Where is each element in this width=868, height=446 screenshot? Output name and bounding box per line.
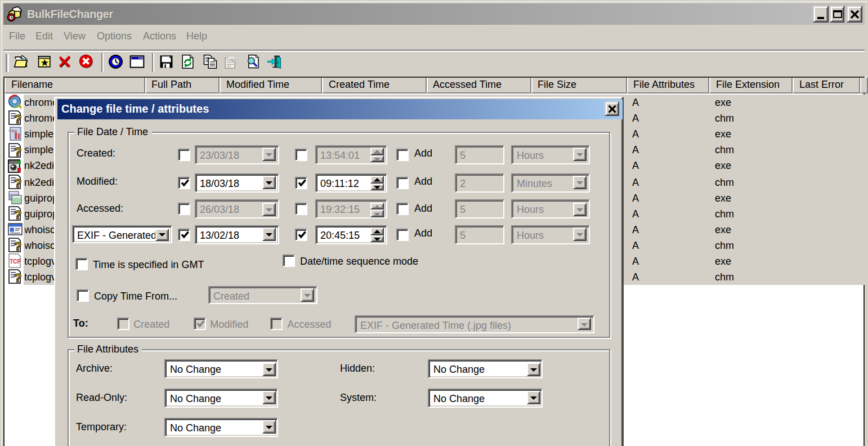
svg-text:?: ? <box>14 176 21 189</box>
svg-text:TCP: TCP <box>10 259 21 265</box>
svg-text:?: ? <box>14 144 21 157</box>
svg-text:?: ? <box>14 208 21 221</box>
svg-text:?: ? <box>14 240 21 253</box>
svg-text:?: ? <box>14 113 21 126</box>
svg-text:?: ? <box>14 271 21 284</box>
